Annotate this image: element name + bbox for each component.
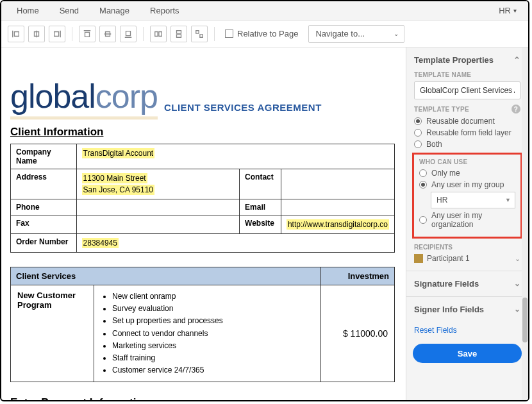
align-tool-5[interactable] [99,26,116,42]
section-payment: Enter Payment Information [10,396,397,400]
phone-field[interactable] [76,199,239,215]
contact-field[interactable] [281,169,394,199]
relative-to-page-checkbox[interactable]: Relative to Page [225,29,298,38]
who-can-use-highlight: WHO CAN USE Only me Any user in my group… [412,153,522,239]
align-tool-3[interactable] [49,26,65,42]
fax-label: Fax [11,215,77,234]
service-item: Customer service 24/7/365 [112,364,314,376]
top-menu: Home Send Manage Reports HR▾ [1,1,528,21]
service-item: Marketing services [112,340,314,352]
service-item: Staff training [112,352,314,364]
website-field[interactable]: http://www.transdigitalcorp.co [287,219,389,230]
tab-reports[interactable]: Reports [140,2,190,19]
recipients-label: RECIPIENTS [414,244,520,251]
service-item: Set up properties and processes [112,315,314,327]
services-header: Client Services [11,267,321,285]
reset-fields-link[interactable]: Reset Fields [406,322,528,341]
order-field[interactable]: 28384945 [82,238,119,248]
chevron-down-icon: ⌄ [514,305,520,314]
chevron-up-icon: ⌃ [513,55,520,65]
type-reusable-doc[interactable]: Reusable document [414,117,520,126]
signature-fields-section[interactable]: Signature Fields⌄ [406,271,528,296]
section-client-info: Client Information [10,126,397,139]
align-tool-4[interactable] [79,26,96,42]
who-organization[interactable]: Any user in my organization [419,211,515,229]
tab-home[interactable]: Home [6,2,49,19]
fax-field[interactable] [76,215,239,234]
checkbox-icon [225,29,233,38]
doc-subtitle: CLIENT SERVICES AGREEMENT [164,102,322,113]
address-label: Address [11,169,77,199]
address-line2-field[interactable]: San Jose, CA 95110 [82,185,154,195]
service-item: Connect to vendor channels [112,328,314,340]
type-form-field[interactable]: Reusable form field layer [414,128,520,137]
template-type-label: TEMPLATE TYPE [414,106,469,113]
address-line1-field[interactable]: 11300 Main Street [82,173,147,183]
tab-manage[interactable]: Manage [89,2,140,19]
size-tool-3[interactable] [191,26,208,42]
who-can-use-label: WHO CAN USE [419,158,515,165]
align-tool-6[interactable] [120,26,137,42]
company-field[interactable]: TransDigital Account [82,148,155,158]
toolbar: Relative to Page Navigate to...⌄ [1,21,528,47]
size-tool-1[interactable] [150,26,167,42]
chevron-down-icon: ⌄ [394,30,399,37]
dropdown-icon: ▼ [505,197,511,203]
signer-info-section[interactable]: Signer Info Fields⌄ [406,296,528,322]
phone-label: Phone [11,199,77,215]
save-button[interactable]: Save [413,344,522,363]
template-name-input[interactable] [414,81,520,99]
who-only-me[interactable]: Only me [419,169,515,178]
logo: globalcorp CLIENT SERVICES AGREEMENT [10,77,397,119]
size-tool-2[interactable] [170,26,187,42]
service-items: New client onrampSurvey evaluationSet up… [94,285,321,382]
recipient-row[interactable]: Participant 1 ⌄ [414,254,520,263]
company-label: Company Name [11,144,77,169]
investment-header: Investmen [321,267,395,285]
chevron-down-icon: ⌄ [515,255,520,263]
caret-down-icon: ▾ [513,7,517,14]
template-name-label: TEMPLATE NAME [414,71,520,78]
document-canvas[interactable]: globalcorp CLIENT SERVICES AGREEMENT Cli… [1,47,406,400]
client-info-table: Company Name TransDigital Account Addres… [10,144,395,253]
website-label: Website [240,215,281,234]
investment-amount: $ 11000.00 [321,285,395,382]
services-table: Client Services Investmen New Customer P… [10,267,395,382]
chevron-down-icon: ⌄ [514,279,520,289]
program-name: New Customer Program [11,285,94,382]
template-properties-header[interactable]: Template Properties⌃ [414,55,520,65]
order-label: Order Number [11,234,77,253]
align-tool-1[interactable] [8,26,24,42]
type-both[interactable]: Both [414,140,520,149]
who-my-group[interactable]: Any user in my group [419,180,515,189]
navigate-select[interactable]: Navigate to...⌄ [308,25,404,43]
email-field[interactable] [281,199,394,215]
tab-send[interactable]: Send [49,2,89,19]
contact-label: Contact [240,169,281,199]
scrollbar[interactable] [522,47,528,400]
group-select[interactable]: HR▼ [431,192,515,208]
service-item: Survey evaluation [112,303,314,315]
help-icon[interactable]: ? [511,105,520,114]
user-menu[interactable]: HR▾ [492,2,523,19]
service-item: New client onramp [112,290,314,303]
align-tool-2[interactable] [28,26,45,42]
email-label: Email [240,199,281,215]
properties-panel: Template Properties⌃ TEMPLATE NAME TEMPL… [406,47,528,400]
recipient-color-icon [414,254,423,263]
